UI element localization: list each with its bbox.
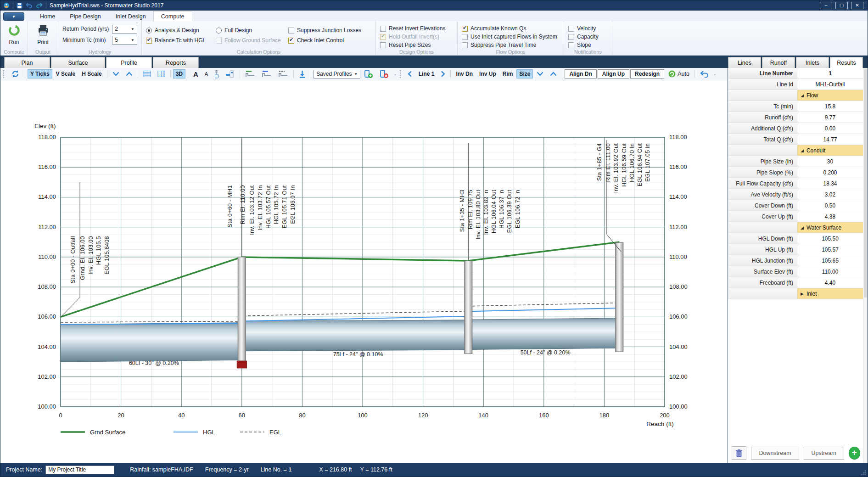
font-decrease-button[interactable]: A: [202, 70, 211, 78]
close-button[interactable]: ✕: [851, 2, 863, 9]
previous-line-button[interactable]: [405, 69, 415, 79]
radio-analysis-design[interactable]: Analysis & Design: [146, 27, 216, 34]
results-row[interactable]: Additional Q (cfs)0.00: [728, 123, 863, 134]
y-ticks-toggle[interactable]: Y Ticks: [28, 69, 52, 79]
results-row[interactable]: HGL Junction (ft)105.65: [728, 255, 863, 266]
pipe-segment[interactable]: [61, 323, 242, 362]
results-row-value[interactable]: MH1-Outfall: [797, 79, 863, 90]
results-row[interactable]: Ave Velocity (ft/s)3.02: [728, 189, 863, 200]
size-toggle[interactable]: Size: [516, 69, 533, 79]
add-line-button[interactable]: +: [849, 447, 860, 460]
project-name-input[interactable]: [45, 466, 114, 474]
v-scale-button[interactable]: V Scale: [53, 69, 78, 79]
align-dn-button[interactable]: Align Dn: [565, 69, 596, 79]
collapse-icon[interactable]: ◢: [801, 225, 804, 230]
results-row[interactable]: Runoff (cfs)9.77: [728, 112, 863, 123]
results-row[interactable]: Total Q (cfs)14.77: [728, 134, 863, 145]
view-tab-reports[interactable]: Reports: [153, 57, 199, 68]
view-tab-profile[interactable]: Profile: [106, 57, 152, 68]
saved-profiles-select[interactable]: Saved Profiles▼: [314, 70, 360, 79]
toolbar-grip[interactable]: [400, 70, 402, 78]
results-row-value[interactable]: 110.00: [797, 266, 863, 277]
results-row[interactable]: Pipe Slope (%)0.200: [728, 167, 863, 178]
undo-change-button[interactable]: [697, 69, 711, 79]
panel-tab-lines[interactable]: Lines: [728, 57, 761, 68]
panel-tab-runoff[interactable]: Runoff: [762, 57, 795, 68]
checkbox-velocity[interactable]: Velocity: [568, 25, 608, 32]
view-tab-surface[interactable]: Surface: [51, 57, 105, 68]
tab-home[interactable]: Home: [33, 11, 62, 21]
tab-pipe-design[interactable]: Pipe Design: [62, 11, 108, 21]
results-group-row[interactable]: ◢Conduit: [728, 145, 863, 156]
inv-up-button[interactable]: Inv Up: [476, 69, 499, 79]
results-row-value[interactable]: 105.50: [797, 233, 863, 244]
refresh-profile-button[interactable]: [8, 68, 22, 79]
checkbox-slope[interactable]: Slope: [568, 42, 608, 48]
results-row-value[interactable]: 0.00: [797, 123, 863, 134]
show-ground-toggle[interactable]: [242, 69, 258, 79]
inv-dn-button[interactable]: Inv Dn: [453, 69, 476, 79]
results-row-value[interactable]: 105.57: [797, 244, 863, 255]
vertical-grid-toggle[interactable]: [155, 69, 168, 79]
panel-tab-inlets[interactable]: Inlets: [796, 57, 829, 68]
results-row[interactable]: Full Flow Capacity (cfs)18.34: [728, 178, 863, 189]
results-row-value[interactable]: 4.40: [797, 277, 863, 288]
results-row[interactable]: HGL Down (ft)105.50: [728, 233, 863, 244]
results-row[interactable]: Line IdMH1-Outfall: [728, 79, 863, 90]
pipe-segment[interactable]: [242, 320, 469, 351]
toolbar-grip[interactable]: [3, 70, 6, 78]
show-hgl-toggle[interactable]: [259, 69, 274, 79]
structure-mh1[interactable]: [238, 257, 246, 361]
results-scrollbar[interactable]: [863, 68, 868, 463]
print-button[interactable]: Print: [32, 23, 54, 45]
h-scale-button[interactable]: H Scale: [79, 69, 104, 79]
3d-toggle[interactable]: 3D: [173, 69, 185, 79]
rim-button[interactable]: Rim: [500, 69, 516, 79]
results-row[interactable]: HGL Up (ft)105.57: [728, 244, 863, 255]
pipe-segment[interactable]: [468, 318, 619, 349]
nudge-down-button[interactable]: [534, 70, 546, 78]
profile-chart[interactable]: Sta 0+00 - OutfallGrnd. El. 106.00Inv. E…: [0, 80, 727, 464]
results-group-row[interactable]: ◢Flow: [728, 90, 863, 101]
panel-tab-results[interactable]: Results: [830, 57, 863, 68]
redo-icon[interactable]: [36, 3, 43, 8]
results-row-value[interactable]: 30: [797, 156, 863, 167]
app-icon[interactable]: [3, 2, 10, 9]
structure-mh3[interactable]: [465, 261, 472, 354]
scrollbar-thumb[interactable]: [864, 68, 867, 297]
delete-profile-button[interactable]: [377, 68, 392, 80]
checkbox-check-inlet-control[interactable]: Check Inlet Control: [288, 37, 372, 44]
results-row[interactable]: Cover Up (ft)4.38: [728, 211, 863, 222]
shift-down-button[interactable]: [110, 70, 122, 78]
results-row-value[interactable]: 4.38: [797, 211, 863, 222]
structure-g4[interactable]: [616, 242, 623, 352]
show-egl-toggle[interactable]: [275, 69, 291, 79]
tab-inlet-design[interactable]: Inlet Design: [108, 11, 153, 21]
results-row[interactable]: Tc (min)15.8: [728, 101, 863, 112]
collapse-icon[interactable]: ◢: [801, 93, 804, 98]
radio-full-design[interactable]: Full Design: [216, 27, 288, 34]
resize-grip-icon[interactable]: [860, 469, 866, 475]
results-row[interactable]: Line Number1: [728, 68, 863, 79]
maximize-button[interactable]: ▢: [835, 2, 848, 9]
shift-up-button[interactable]: [123, 70, 135, 78]
font-increase-button[interactable]: A: [190, 69, 201, 79]
tab-compute[interactable]: Compute: [153, 11, 192, 22]
auto-redesign-toggle[interactable]: Auto: [665, 68, 692, 79]
checkbox-capacity[interactable]: Capacity: [568, 34, 608, 40]
results-group-row[interactable]: ▶Inlet: [728, 288, 863, 299]
results-row-value[interactable]: 105.65: [797, 255, 863, 266]
results-row-value[interactable]: 0.200: [797, 167, 863, 178]
checkbox-suppress-pipe-travel-time[interactable]: Suppress Pipe Travel Time: [462, 42, 560, 48]
checkbox-reset-invert-elevations[interactable]: Reset Invert Elevations: [380, 25, 453, 32]
results-row-value[interactable]: 3.02: [797, 189, 863, 200]
minimum-tc-select[interactable]: 5▼: [112, 36, 137, 45]
upstream-button[interactable]: Upstream: [804, 447, 844, 460]
results-row[interactable]: Pipe Size (in)30: [728, 156, 863, 167]
overflow-chevron-icon[interactable]: ⌄: [712, 72, 718, 76]
return-period-select[interactable]: 2▼: [112, 25, 137, 34]
results-row-value[interactable]: 14.77: [797, 134, 863, 145]
checkbox-reset-pipe-sizes[interactable]: Reset Pipe Sizes: [380, 42, 453, 48]
expand-icon[interactable]: ▶: [801, 292, 804, 296]
overflow-chevron-icon[interactable]: ⌄: [392, 72, 398, 76]
